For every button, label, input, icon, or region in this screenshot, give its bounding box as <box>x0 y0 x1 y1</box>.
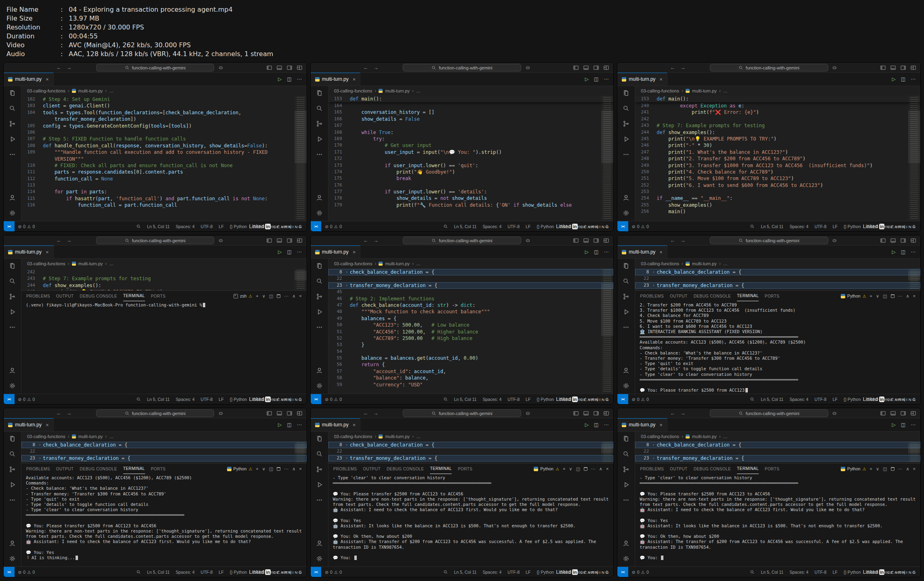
forward-icon[interactable]: → <box>373 410 379 416</box>
run-python-file-icon[interactable]: ▷ <box>892 76 895 82</box>
breadcrumb[interactable]: 03-calling-functions›multi-turn.py›… <box>328 86 614 96</box>
maximize-panel-icon[interactable]: ∧ <box>906 466 909 472</box>
new-terminal-icon[interactable]: + <box>256 466 258 471</box>
back-icon[interactable]: ← <box>363 237 368 243</box>
tab-close-icon[interactable]: × <box>659 76 663 82</box>
forward-icon[interactable]: → <box>373 65 379 71</box>
breadcrumb-item[interactable]: multi-turn.py <box>385 88 410 93</box>
breadcrumb-item[interactable]: multi-turn.py <box>692 261 717 266</box>
accounts-icon[interactable] <box>622 367 630 376</box>
tab-close-icon[interactable]: × <box>353 76 356 82</box>
terminal-profile-dropdown-icon[interactable]: ∨ <box>876 466 879 472</box>
run-debug-icon[interactable] <box>622 308 630 317</box>
status-item[interactable]: {} Python <box>537 397 554 402</box>
tab-multi-turn-py[interactable]: multi-turn.py × <box>4 73 54 86</box>
panel-tab-terminal[interactable]: TERMINAL <box>123 291 145 301</box>
minimap-slider[interactable] <box>295 271 307 280</box>
status-search-icon[interactable] <box>136 224 141 229</box>
code-line[interactable]: 243# Step 7: Example prompts for testing <box>21 275 307 282</box>
code-line[interactable]: 175 break <box>328 175 614 182</box>
customize-layout-icon[interactable] <box>603 65 609 71</box>
toggle-primary-sidebar-icon[interactable] <box>573 65 579 71</box>
status-search-icon[interactable] <box>750 224 755 229</box>
forward-icon[interactable]: → <box>66 410 72 416</box>
run-debug-icon[interactable] <box>622 135 630 145</box>
code-line[interactable]: 22 <box>328 275 614 282</box>
maximize-panel-icon[interactable]: ∧ <box>906 294 909 299</box>
search-view-icon[interactable] <box>316 277 323 287</box>
search-view-icon[interactable] <box>622 450 630 459</box>
customize-layout-icon[interactable] <box>603 410 609 416</box>
panel-tab-debug-console[interactable]: DEBUG CONSOLE <box>80 464 117 474</box>
status-item[interactable]: Spaces: 4 <box>789 224 808 229</box>
toggle-secondary-sidebar-icon[interactable] <box>593 237 599 243</box>
editor-more-actions-icon[interactable]: ⋯ <box>911 249 916 255</box>
breadcrumb[interactable]: 03-calling-functions›multi-turn.py›… <box>328 259 614 268</box>
new-terminal-icon[interactable]: + <box>563 466 565 471</box>
new-terminal-icon[interactable]: + <box>870 466 872 471</box>
source-control-icon[interactable] <box>316 293 323 302</box>
code-line[interactable]: 244def show_examples(): <box>21 282 307 289</box>
code-line[interactable]: 247 print("1. What's the balance in ACC1… <box>635 149 920 155</box>
status-item[interactable]: UTF-8 <box>507 224 520 229</box>
status-item[interactable]: LF <box>833 224 838 229</box>
split-editor-icon[interactable]: ◫ <box>901 249 905 255</box>
panel-tab-terminal[interactable]: TERMINAL <box>737 464 759 474</box>
copilot-icon[interactable] <box>218 65 223 72</box>
remote-indicator[interactable]: >< <box>617 567 628 577</box>
code-line[interactable]: 8›check_balance_declaration = { <box>328 269 614 275</box>
run-python-file-icon[interactable]: ▷ <box>585 422 589 428</box>
code-line[interactable]: 177 if user_input.lower() == 'details': <box>328 189 614 195</box>
command-center[interactable]: function-calling-with-gemini <box>710 409 828 417</box>
breadcrumb-item[interactable]: multi-turn.py <box>692 434 717 439</box>
code-line[interactable]: 8›check_balance_declaration = { <box>21 442 307 448</box>
problems-status[interactable]: ⊘ 0 ⚠ 0 <box>628 224 652 229</box>
editor[interactable]: 102# Step 4: Set up Gemini103client = ge… <box>21 96 307 221</box>
code-line[interactable]: 48 """Mock function to check account bal… <box>328 308 614 315</box>
status-item[interactable]: Spaces: 4 <box>789 397 808 402</box>
tab-multi-turn-py[interactable]: multi-turn.py × <box>617 245 667 258</box>
accounts-icon[interactable] <box>8 194 16 203</box>
maximize-panel-icon[interactable]: ∧ <box>599 466 602 472</box>
panel-more-actions-icon[interactable]: ⋯ <box>591 466 596 472</box>
editor[interactable]: 8›check_balance_declaration = {2223›tran… <box>328 268 614 394</box>
breadcrumb-item[interactable]: … <box>109 88 114 93</box>
accounts-icon[interactable] <box>8 539 16 549</box>
code-line[interactable]: 178 show_details = not show_details <box>328 195 614 201</box>
editor-more-actions-icon[interactable]: ⋯ <box>911 76 916 82</box>
minimap[interactable] <box>908 268 920 290</box>
fold-chevron-icon[interactable]: › <box>650 282 657 289</box>
editor[interactable]: 8›check_balance_declaration = {2223›tran… <box>328 441 614 463</box>
terminal-session-item[interactable]: Python ⚠ <box>227 466 253 471</box>
problems-status[interactable]: ⊘ 0 ⚠ 0 <box>321 397 345 402</box>
breadcrumb-item[interactable]: … <box>416 261 421 266</box>
tab-close-icon[interactable]: × <box>353 422 356 428</box>
code-line[interactable]: 50 "ACC123": 500.00, # Low balance <box>328 322 614 328</box>
panel-tab-problems[interactable]: PROBLEMS <box>26 291 50 301</box>
panel-more-actions-icon[interactable]: ⋯ <box>898 466 903 472</box>
breadcrumb-item[interactable]: 03-calling-functions <box>27 88 65 93</box>
code-line[interactable]: 240 except Exception as e: <box>635 103 920 109</box>
status-search-icon[interactable] <box>750 397 755 402</box>
status-item[interactable]: {} Python <box>537 570 554 575</box>
editor[interactable]: 8›check_balance_declaration = {2223›tran… <box>635 441 920 463</box>
accounts-icon[interactable] <box>316 539 323 549</box>
status-item[interactable]: {} Python <box>230 397 247 402</box>
tab-multi-turn-py[interactable]: multi-turn.py × <box>311 418 361 431</box>
split-editor-icon[interactable]: ◫ <box>901 422 905 428</box>
explorer-icon[interactable] <box>8 435 16 444</box>
split-editor-icon[interactable]: ◫ <box>287 249 291 255</box>
code-line[interactable]: 8›check_balance_declaration = { <box>635 442 920 448</box>
status-item[interactable]: LF <box>219 570 223 575</box>
copilot-icon[interactable] <box>525 65 530 72</box>
breadcrumb[interactable]: 03-calling-functions›multi-turn.py›… <box>635 259 920 268</box>
code-line[interactable]: 244def show_examples(): <box>635 129 920 136</box>
copilot-icon[interactable] <box>525 410 530 417</box>
back-icon[interactable]: ← <box>56 410 61 416</box>
split-terminal-icon[interactable]: ◫ <box>883 294 887 299</box>
forward-icon[interactable]: → <box>66 237 72 243</box>
editor-more-actions-icon[interactable]: ⋯ <box>604 249 608 255</box>
code-line[interactable]: 251 print("5. Move $100 from ACC789 to A… <box>635 175 920 182</box>
command-center[interactable]: function-calling-with-gemini <box>96 409 214 417</box>
status-item[interactable]: Ln 5, Col 11 <box>454 397 477 402</box>
